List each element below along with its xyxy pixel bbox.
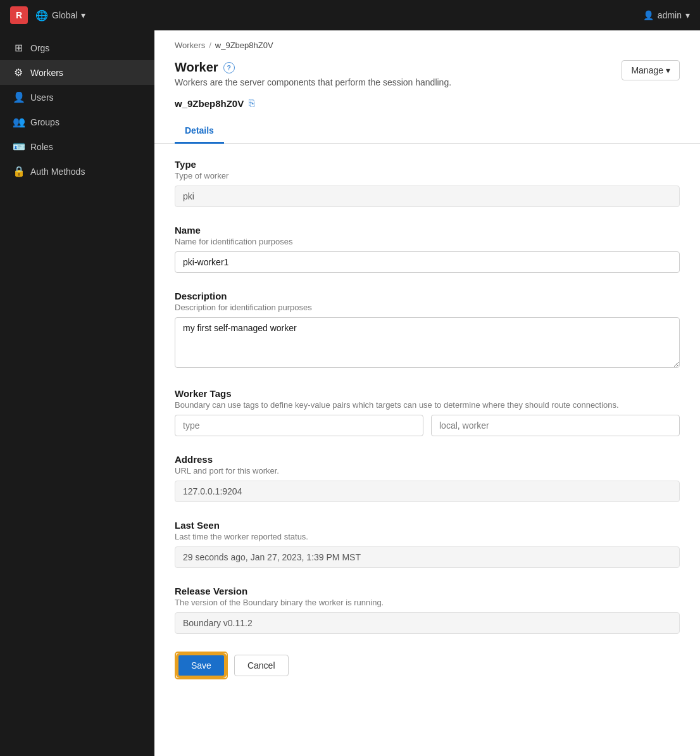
help-icon[interactable]: ? xyxy=(223,62,235,73)
field-release-version: Release Version The version of the Bound… xyxy=(175,586,680,634)
form-content: Type Type of worker pki Name Name for id… xyxy=(154,144,700,695)
button-row: Save Cancel xyxy=(175,652,680,679)
manage-chevron: ▾ xyxy=(666,65,670,75)
user-chevron: ▾ xyxy=(685,10,690,20)
sidebar-label-orgs: Orgs xyxy=(30,43,49,53)
copy-icon[interactable]: ⎘ xyxy=(249,98,255,109)
roles-icon: 🪪 xyxy=(13,141,24,153)
last-seen-hint: Last time the worker reported status. xyxy=(175,532,680,541)
name-hint: Name for identification purposes xyxy=(175,237,680,246)
sidebar-item-roles[interactable]: 🪪 Roles xyxy=(0,134,154,159)
user-icon: 👤 xyxy=(643,10,654,20)
save-button-wrapper: Save xyxy=(175,652,228,679)
tags-label: Worker Tags xyxy=(175,388,680,399)
name-label: Name xyxy=(175,225,680,236)
global-chevron: ▾ xyxy=(81,10,85,20)
tags-value-input[interactable] xyxy=(431,415,680,436)
breadcrumb-parent[interactable]: Workers xyxy=(175,41,205,50)
type-hint: Type of worker xyxy=(175,171,680,180)
address-label: Address xyxy=(175,454,680,465)
page-header: Worker ? Workers are the server componen… xyxy=(154,55,700,95)
type-label: Type xyxy=(175,159,680,170)
auth-methods-icon: 🔒 xyxy=(13,165,24,177)
orgs-icon: ⊞ xyxy=(13,42,24,54)
sidebar-item-groups[interactable]: 👥 Groups xyxy=(0,110,154,134)
workers-icon: ⚙ xyxy=(13,66,24,79)
sidebar-label-roles: Roles xyxy=(30,142,53,152)
field-description: Description Description for identificati… xyxy=(175,291,680,370)
tags-key-input[interactable] xyxy=(175,415,423,436)
user-menu[interactable]: 👤 admin ▾ xyxy=(643,10,690,20)
main-content: Workers / w_9Zbep8hZ0V Worker ? Workers … xyxy=(154,30,700,756)
globe-icon: 🌐 xyxy=(35,9,48,22)
description-hint: Description for identification purposes xyxy=(175,303,680,312)
brand-logo: R xyxy=(10,6,28,24)
manage-label: Manage xyxy=(631,65,663,75)
sidebar-item-users[interactable]: 👤 Users xyxy=(0,85,154,110)
sidebar: ⊞ Orgs ⚙ Workers 👤 Users 👥 Groups 🪪 Role… xyxy=(0,30,154,756)
release-version-label: Release Version xyxy=(175,586,680,596)
description-label: Description xyxy=(175,291,680,301)
save-button[interactable]: Save xyxy=(177,654,225,677)
release-version-hint: The version of the Boundary binary the w… xyxy=(175,598,680,607)
sidebar-label-auth-methods: Auth Methods xyxy=(30,167,85,177)
field-worker-tags: Worker Tags Boundary can use tags to def… xyxy=(175,388,680,436)
tab-details[interactable]: Details xyxy=(175,119,224,144)
page-subtitle: Workers are the server components that p… xyxy=(175,77,451,87)
tabs: Details xyxy=(154,119,700,144)
field-address: Address URL and port for this worker. 12… xyxy=(175,454,680,502)
worker-id: w_9Zbep8hZ0V xyxy=(175,98,244,109)
field-last-seen: Last Seen Last time the worker reported … xyxy=(175,520,680,568)
users-icon: 👤 xyxy=(13,91,24,103)
sidebar-item-orgs[interactable]: ⊞ Orgs xyxy=(0,35,154,60)
tags-hint: Boundary can use tags to define key-valu… xyxy=(175,400,680,410)
description-textarea[interactable] xyxy=(175,317,680,368)
top-nav: R 🌐 Global ▾ 👤 admin ▾ xyxy=(0,0,700,30)
sidebar-item-workers[interactable]: ⚙ Workers xyxy=(0,60,154,85)
sidebar-item-auth-methods[interactable]: 🔒 Auth Methods xyxy=(0,159,154,184)
global-selector[interactable]: 🌐 Global ▾ xyxy=(35,9,85,22)
name-input[interactable] xyxy=(175,251,680,273)
type-value: pki xyxy=(175,186,680,207)
breadcrumb: Workers / w_9Zbep8hZ0V xyxy=(154,30,700,55)
field-type: Type Type of worker pki xyxy=(175,159,680,207)
release-version-value: Boundary v0.11.2 xyxy=(175,612,680,634)
user-label: admin xyxy=(658,10,682,20)
page-title: Worker xyxy=(175,60,218,75)
manage-button[interactable]: Manage ▾ xyxy=(622,60,680,80)
breadcrumb-current: w_9Zbep8hZ0V xyxy=(215,41,273,50)
field-name: Name Name for identification purposes xyxy=(175,225,680,273)
sidebar-label-users: Users xyxy=(30,92,54,103)
last-seen-label: Last Seen xyxy=(175,520,680,531)
sidebar-label-groups: Groups xyxy=(30,117,59,127)
groups-icon: 👥 xyxy=(13,116,24,128)
last-seen-value: 29 seconds ago, Jan 27, 2023, 1:39 PM MS… xyxy=(175,546,680,568)
global-label: Global xyxy=(52,10,77,20)
breadcrumb-separator: / xyxy=(209,41,211,50)
worker-id-row: w_9Zbep8hZ0V ⎘ xyxy=(154,95,700,119)
sidebar-label-workers: Workers xyxy=(30,68,63,78)
address-hint: URL and port for this worker. xyxy=(175,466,680,476)
address-value: 127.0.0.1:9204 xyxy=(175,481,680,502)
cancel-button[interactable]: Cancel xyxy=(234,655,289,676)
